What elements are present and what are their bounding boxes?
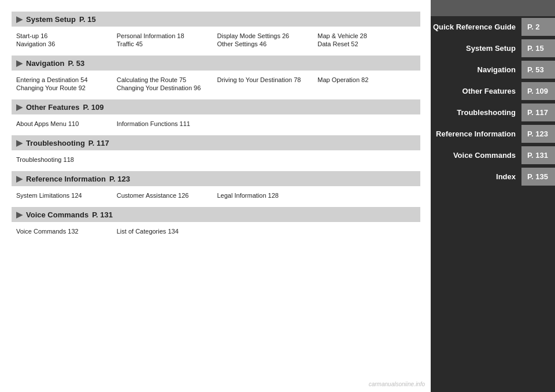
sidebar: Quick Reference GuideP. 2System SetupP. … (431, 0, 555, 392)
section-item: Personal Information 18 (117, 32, 215, 39)
sidebar-item-page: P. 2 (521, 18, 555, 36)
sidebar-item-label: Quick Reference Guide (431, 18, 521, 36)
section-troubleshooting: ▶TroubleshootingP. 117Troubleshooting 11… (12, 135, 420, 169)
sidebar-item-label: Troubleshooting (431, 103, 521, 121)
sidebar-item-page: P. 123 (521, 125, 555, 143)
section-item: Information Functions 111 (117, 120, 215, 127)
sidebar-item-page: P. 135 (521, 168, 555, 186)
section-page-ref: P. 109 (83, 103, 103, 112)
section-item (317, 84, 416, 91)
sidebar-item-voice-commands[interactable]: Voice CommandsP. 131 (431, 146, 555, 164)
section-item: About Apps Menu 110 (16, 120, 114, 127)
section-item: Entering a Destination 54 (16, 76, 114, 83)
sidebar-item-label: Reference Information (431, 125, 521, 143)
section-title: Troubleshooting (26, 139, 85, 147)
section-title: Voice Commands (26, 210, 88, 219)
sidebar-item-troubleshooting[interactable]: TroubleshootingP. 117 (431, 103, 555, 121)
section-item: Changing Your Destination 96 (117, 84, 215, 91)
section-header-troubleshooting: ▶TroubleshootingP. 117 (12, 135, 420, 150)
section-item: Changing Your Route 92 (16, 84, 114, 91)
section-other-features: ▶Other FeaturesP. 109About Apps Menu 110… (12, 99, 420, 133)
section-item: Data Reset 52 (317, 40, 416, 47)
arrow-icon: ▶ (16, 174, 23, 183)
section-page-ref: P. 131 (92, 210, 113, 219)
sidebar-item-page: P. 117 (521, 103, 555, 121)
watermark: carmanualsoniine.info (369, 381, 425, 387)
section-item: Map Operation 82 (317, 76, 416, 83)
sidebar-item-navigation[interactable]: NavigationP. 53 (431, 61, 555, 79)
section-header-system-setup: ▶System SetupP. 15 (12, 12, 420, 27)
sidebar-item-quick-reference-guide[interactable]: Quick Reference GuideP. 2 (431, 18, 555, 36)
section-navigation: ▶NavigationP. 53Entering a Destination 5… (12, 56, 420, 97)
section-page-ref: P. 123 (109, 175, 130, 183)
section-body-reference-information: System Limitations 124Customer Assistanc… (12, 190, 420, 205)
section-body-other-features: About Apps Menu 110Information Functions… (12, 118, 420, 133)
section-title: System Setup (26, 15, 76, 24)
section-item: Driving to Your Destination 78 (217, 76, 316, 83)
section-voice-commands: ▶Voice CommandsP. 131Voice Commands 132L… (12, 207, 420, 241)
section-header-navigation: ▶NavigationP. 53 (12, 56, 420, 71)
section-item: Customer Assistance 126 (117, 192, 215, 199)
section-system-setup: ▶System SetupP. 15Start-up 16Personal In… (12, 12, 420, 53)
arrow-icon: ▶ (16, 138, 23, 147)
main-content: ▶System SetupP. 15Start-up 16Personal In… (0, 0, 431, 392)
section-item: Display Mode Settings 26 (217, 32, 316, 39)
sidebar-item-system-setup[interactable]: System SetupP. 15 (431, 39, 555, 57)
sidebar-item-label: Index (431, 168, 521, 186)
sidebar-item-label: Other Features (431, 82, 521, 100)
section-item: Legal Information 128 (217, 192, 316, 199)
section-item: Navigation 36 (16, 40, 114, 47)
sidebar-item-index[interactable]: IndexP. 135 (431, 168, 555, 186)
arrow-icon: ▶ (16, 14, 23, 24)
sidebar-item-label: System Setup (431, 39, 521, 57)
section-item: System Limitations 124 (16, 192, 114, 199)
section-item (217, 84, 316, 91)
arrow-icon: ▶ (16, 58, 23, 68)
section-body-voice-commands: Voice Commands 132List of Categories 134 (12, 225, 420, 241)
section-reference-information: ▶Reference InformationP. 123System Limit… (12, 171, 420, 205)
sidebar-item-page: P. 15 (521, 39, 555, 57)
sidebar-item-reference-information[interactable]: Reference InformationP. 123 (431, 125, 555, 143)
arrow-icon: ▶ (16, 210, 23, 219)
section-title: Reference Information (26, 175, 106, 183)
section-header-other-features: ▶Other FeaturesP. 109 (12, 99, 420, 114)
section-item: List of Categories 134 (117, 228, 215, 235)
section-item: Voice Commands 132 (16, 228, 114, 235)
section-item: Troubleshooting 118 (16, 156, 114, 163)
section-page-ref: P. 53 (68, 59, 84, 68)
section-title: Other Features (26, 103, 79, 112)
arrow-icon: ▶ (16, 102, 23, 112)
sidebar-item-page: P. 109 (521, 82, 555, 100)
section-item: Calculating the Route 75 (117, 76, 215, 83)
section-item: Other Settings 46 (217, 40, 316, 47)
section-body-navigation: Entering a Destination 54Calculating the… (12, 74, 420, 97)
section-page-ref: P. 15 (79, 15, 96, 24)
section-body-troubleshooting: Troubleshooting 118 (12, 154, 420, 169)
section-header-reference-information: ▶Reference InformationP. 123 (12, 171, 420, 186)
sidebar-item-page: P. 131 (521, 146, 555, 164)
section-item: Map & Vehicle 28 (317, 32, 416, 39)
sidebar-item-label: Voice Commands (431, 146, 521, 164)
section-body-system-setup: Start-up 16Personal Information 18Displa… (12, 30, 420, 53)
section-header-voice-commands: ▶Voice CommandsP. 131 (12, 207, 420, 222)
sidebar-item-label: Navigation (431, 61, 521, 79)
section-item: Start-up 16 (16, 32, 114, 39)
sidebar-item-page: P. 53 (521, 61, 555, 79)
sidebar-item-other-features[interactable]: Other FeaturesP. 109 (431, 82, 555, 100)
sidebar-title (431, 0, 555, 16)
section-item: Traffic 45 (117, 40, 215, 47)
section-page-ref: P. 117 (88, 139, 109, 147)
section-title: Navigation (26, 59, 64, 68)
